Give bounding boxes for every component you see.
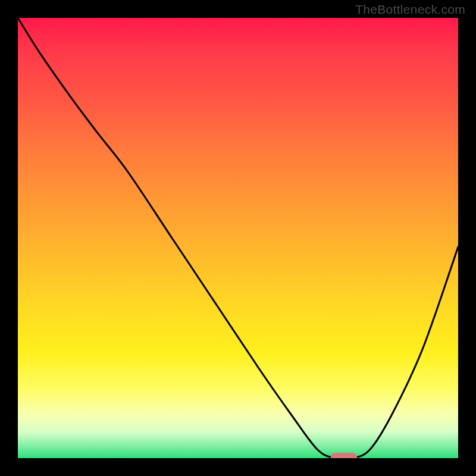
optimal-point-marker [331,453,357,458]
chart-plot-area [18,18,458,458]
watermark-text: TheBottleneck.com [355,2,465,17]
bottleneck-curve-path [18,18,458,458]
chart-curve-layer [18,18,458,458]
